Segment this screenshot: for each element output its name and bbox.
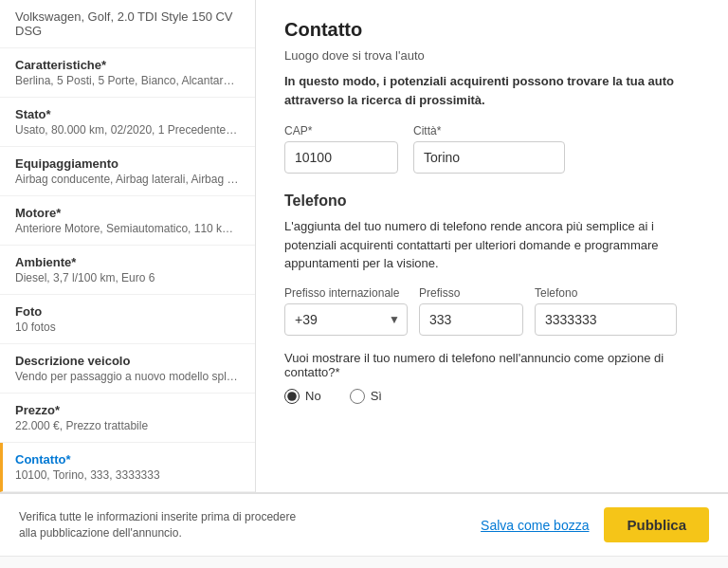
telefono-section: Telefono L'aggiunta del tuo numero di te… xyxy=(284,192,700,404)
location-subtitle: Luogo dove si trova l'auto xyxy=(284,48,700,63)
sidebar-item-ambiente[interactable]: Ambiente*Diesel, 3,7 l/100 km, Euro 6 xyxy=(0,246,255,295)
sidebar-item-descrizione[interactable]: Descrizione veicoloVendo per passaggio a… xyxy=(0,344,255,394)
sidebar-item-equipaggiamento[interactable]: EquipaggiamentoAirbag conducente, Airbag… xyxy=(0,147,255,196)
prefisso-group: Prefisso xyxy=(419,286,523,336)
torna-su-bar[interactable]: Torna su ↑ xyxy=(0,556,728,568)
prefisso-int-select[interactable]: +39+1+44+49+33+34 xyxy=(284,303,408,336)
sidebar-item-title-ambiente: Ambiente* xyxy=(15,255,240,269)
publish-button[interactable]: Pubblica xyxy=(604,507,709,542)
cap-input[interactable] xyxy=(284,141,398,174)
sidebar-item-desc-prezzo: 22.000 €, Prezzo trattabile xyxy=(15,419,240,432)
telefono-title: Telefono xyxy=(284,192,700,210)
sidebar-item-desc-caratteristiche: Berlina, 5 Posti, 5 Porte, Bianco, Alcan… xyxy=(15,74,240,87)
prefisso-int-label: Prefisso internazionale xyxy=(284,286,408,300)
show-phone-label: Vuoi mostrare il tuo numero di telefono … xyxy=(284,351,700,379)
section-title: Contatto xyxy=(284,19,700,41)
sidebar-item-motore[interactable]: Motore*Anteriore Motore, Semiautomatico,… xyxy=(0,196,255,246)
radio-group: No Sì xyxy=(284,389,700,404)
cap-label: CAP* xyxy=(284,124,398,137)
sidebar-item-foto[interactable]: Foto10 fotos xyxy=(0,295,255,344)
sidebar-item-desc-foto: 10 fotos xyxy=(15,321,240,334)
prefisso-int-group: Prefisso internazionale +39+1+44+49+33+3… xyxy=(284,286,408,336)
sidebar-item-title-stato: Stato* xyxy=(15,107,240,121)
sidebar-item-contatto[interactable]: Contatto*10100, Torino, 333, 3333333 xyxy=(0,443,255,492)
sidebar-item-title-prezzo: Prezzo* xyxy=(15,403,240,417)
prefisso-label: Prefisso xyxy=(419,286,523,300)
sidebar-item-desc-ambiente: Diesel, 3,7 l/100 km, Euro 6 xyxy=(15,271,240,284)
prefisso-int-select-wrapper: +39+1+44+49+33+34 ▼ xyxy=(284,303,408,336)
citta-input[interactable] xyxy=(413,141,565,174)
sidebar-item-caratteristiche[interactable]: Caratteristiche*Berlina, 5 Posti, 5 Port… xyxy=(0,48,255,98)
sidebar-item-title-equipaggiamento: Equipaggiamento xyxy=(15,156,240,171)
car-title: Volkswagen, Golf, 2.0 TDI Style 150 CV D… xyxy=(15,9,233,38)
radio-si-label: Sì xyxy=(371,389,382,403)
radio-si-option[interactable]: Sì xyxy=(350,389,382,404)
cap-field-group: CAP* xyxy=(284,124,398,174)
sidebar: Volkswagen, Golf, 2.0 TDI Style 150 CV D… xyxy=(0,0,256,492)
prefisso-input[interactable] xyxy=(419,303,523,336)
radio-no-option[interactable]: No xyxy=(284,389,321,404)
location-info: In questo modo, i potenziali acquirenti … xyxy=(284,72,700,109)
sidebar-item-stato[interactable]: Stato*Usato, 80.000 km, 02/2020, 1 Prece… xyxy=(0,98,255,147)
sidebar-item-desc-motore: Anteriore Motore, Semiautomatico, 110 kW… xyxy=(15,222,240,235)
sidebar-item-desc-contatto: 10100, Torino, 333, 3333333 xyxy=(15,468,240,482)
footer-actions: Salva come bozza Pubblica xyxy=(481,507,709,542)
telefono-info: L'aggiunta del tuo numero di telefono re… xyxy=(284,217,700,273)
sidebar-top-item: Volkswagen, Golf, 2.0 TDI Style 150 CV D… xyxy=(0,0,255,48)
footer-bar: Verifica tutte le informazioni inserite … xyxy=(0,493,728,556)
sidebar-item-prezzo[interactable]: Prezzo*22.000 €, Prezzo trattabile xyxy=(0,394,255,443)
telefono-label: Telefono xyxy=(535,286,677,300)
citta-field-group: Città* xyxy=(413,124,565,174)
cap-citta-row: CAP* Città* xyxy=(284,124,700,174)
sidebar-item-title-foto: Foto xyxy=(15,304,240,319)
sidebar-item-desc-equipaggiamento: Airbag conducente, Airbag laterali, Airb… xyxy=(15,173,240,186)
sidebar-item-title-caratteristiche: Caratteristiche* xyxy=(15,58,240,72)
sidebar-item-desc-stato: Usato, 80.000 km, 02/2020, 1 Precedente … xyxy=(15,123,240,137)
footer-bar-text: Verifica tutte le informazioni inserite … xyxy=(19,509,303,541)
tel-row: Prefisso internazionale +39+1+44+49+33+3… xyxy=(284,286,700,336)
sidebar-item-title-descrizione: Descrizione veicolo xyxy=(15,354,240,368)
sidebar-item-desc-descrizione: Vendo per passaggio a nuovo modello sple… xyxy=(15,370,240,383)
sidebar-item-title-motore: Motore* xyxy=(15,206,240,220)
main-content: Contatto Luogo dove si trova l'auto In q… xyxy=(256,0,728,492)
radio-no-label: No xyxy=(305,389,321,403)
telefono-group: Telefono xyxy=(535,286,677,336)
radio-no[interactable] xyxy=(284,389,300,404)
radio-si[interactable] xyxy=(350,389,365,404)
save-draft-button[interactable]: Salva come bozza xyxy=(481,518,589,533)
sidebar-item-title-contatto: Contatto* xyxy=(15,452,240,467)
telefono-input[interactable] xyxy=(535,303,677,336)
citta-label: Città* xyxy=(413,124,565,137)
